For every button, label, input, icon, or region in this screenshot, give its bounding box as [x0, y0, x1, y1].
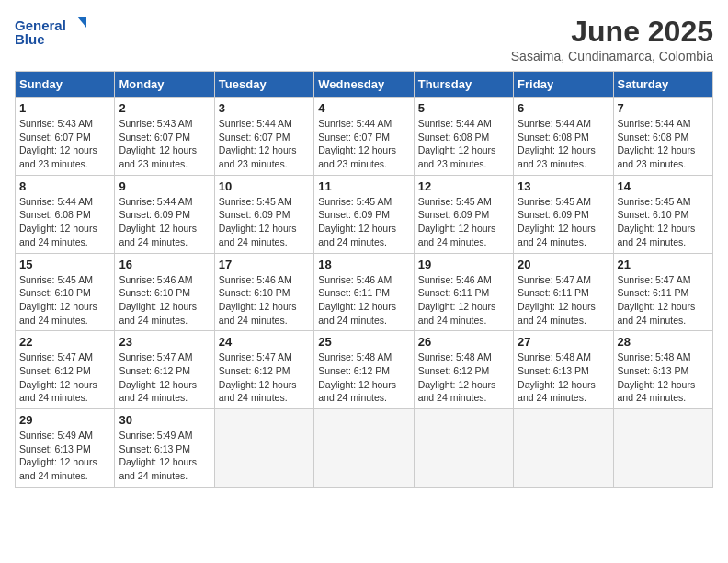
day-detail: Sunrise: 5:47 AMSunset: 6:11 PMDaylight:… [618, 273, 709, 327]
day-detail: Sunrise: 5:43 AMSunset: 6:07 PMDaylight:… [119, 117, 210, 171]
day-number: 9 [119, 179, 210, 193]
col-wednesday: Wednesday [314, 72, 414, 98]
day-number: 26 [418, 335, 509, 349]
day-number: 21 [618, 258, 709, 271]
day-number: 13 [518, 179, 609, 193]
calendar-header: Sunday Monday Tuesday Wednesday Thursday… [16, 72, 713, 98]
table-row [514, 409, 613, 488]
day-detail: Sunrise: 5:46 AMSunset: 6:10 PMDaylight:… [219, 273, 310, 327]
table-row: 21 Sunrise: 5:47 AMSunset: 6:11 PMDaylig… [613, 253, 712, 331]
table-row: 1 Sunrise: 5:43 AMSunset: 6:07 PMDayligh… [16, 98, 115, 176]
day-detail: Sunrise: 5:45 AMSunset: 6:09 PMDaylight:… [318, 195, 409, 249]
day-detail: Sunrise: 5:49 AMSunset: 6:13 PMDaylight:… [119, 429, 210, 483]
day-detail: Sunrise: 5:49 AMSunset: 6:13 PMDaylight:… [19, 429, 110, 483]
table-row: 20 Sunrise: 5:47 AMSunset: 6:11 PMDaylig… [514, 253, 613, 331]
day-number: 14 [618, 179, 709, 193]
day-detail: Sunrise: 5:47 AMSunset: 6:12 PMDaylight:… [19, 350, 110, 405]
day-detail: Sunrise: 5:48 AMSunset: 6:13 PMDaylight:… [618, 350, 709, 405]
table-row: 11 Sunrise: 5:45 AMSunset: 6:09 PMDaylig… [314, 175, 414, 253]
day-detail: Sunrise: 5:44 AMSunset: 6:09 PMDaylight:… [119, 195, 210, 249]
table-row: 19 Sunrise: 5:46 AMSunset: 6:11 PMDaylig… [414, 253, 513, 331]
col-tuesday: Tuesday [214, 72, 313, 98]
subtitle: Sasaima, Cundinamarca, Colombia [511, 49, 713, 63]
calendar-week-row: 29 Sunrise: 5:49 AMSunset: 6:13 PMDaylig… [16, 409, 713, 488]
day-number: 20 [518, 258, 609, 271]
day-detail: Sunrise: 5:44 AMSunset: 6:08 PMDaylight:… [618, 117, 709, 171]
day-number: 28 [618, 335, 709, 349]
table-row: 14 Sunrise: 5:45 AMSunset: 6:10 PMDaylig… [613, 175, 712, 253]
day-number: 7 [618, 101, 709, 115]
table-row: 16 Sunrise: 5:46 AMSunset: 6:10 PMDaylig… [115, 253, 214, 331]
logo: General Blue [15, 15, 88, 47]
table-row: 13 Sunrise: 5:45 AMSunset: 6:09 PMDaylig… [514, 175, 613, 253]
day-detail: Sunrise: 5:43 AMSunset: 6:07 PMDaylight:… [19, 117, 110, 171]
day-number: 11 [318, 179, 409, 193]
table-row: 28 Sunrise: 5:48 AMSunset: 6:13 PMDaylig… [613, 331, 712, 409]
col-monday: Monday [115, 72, 214, 98]
table-row [214, 409, 313, 488]
day-number: 1 [19, 101, 110, 115]
day-number: 2 [119, 101, 210, 115]
table-row [414, 409, 513, 488]
day-detail: Sunrise: 5:47 AMSunset: 6:11 PMDaylight:… [518, 273, 609, 327]
day-detail: Sunrise: 5:44 AMSunset: 6:08 PMDaylight:… [19, 195, 110, 249]
day-number: 17 [219, 258, 310, 271]
day-number: 10 [219, 179, 310, 193]
table-row: 8 Sunrise: 5:44 AMSunset: 6:08 PMDayligh… [16, 175, 115, 253]
day-detail: Sunrise: 5:46 AMSunset: 6:11 PMDaylight:… [418, 273, 509, 327]
calendar-week-row: 1 Sunrise: 5:43 AMSunset: 6:07 PMDayligh… [16, 98, 713, 176]
day-number: 4 [318, 101, 409, 115]
day-detail: Sunrise: 5:44 AMSunset: 6:08 PMDaylight:… [518, 117, 609, 171]
col-friday: Friday [514, 72, 613, 98]
day-detail: Sunrise: 5:45 AMSunset: 6:10 PMDaylight:… [618, 195, 709, 249]
day-detail: Sunrise: 5:45 AMSunset: 6:09 PMDaylight:… [219, 195, 310, 249]
table-row: 10 Sunrise: 5:45 AMSunset: 6:09 PMDaylig… [214, 175, 313, 253]
day-number: 8 [19, 179, 110, 193]
table-row: 26 Sunrise: 5:48 AMSunset: 6:12 PMDaylig… [414, 331, 513, 409]
day-detail: Sunrise: 5:48 AMSunset: 6:13 PMDaylight:… [518, 350, 609, 405]
day-detail: Sunrise: 5:48 AMSunset: 6:12 PMDaylight:… [418, 350, 509, 405]
table-row: 18 Sunrise: 5:46 AMSunset: 6:11 PMDaylig… [314, 253, 414, 331]
day-number: 5 [418, 101, 509, 115]
day-detail: Sunrise: 5:44 AMSunset: 6:08 PMDaylight:… [418, 117, 509, 171]
calendar-body: 1 Sunrise: 5:43 AMSunset: 6:07 PMDayligh… [16, 98, 713, 488]
day-number: 23 [119, 335, 210, 349]
table-row: 9 Sunrise: 5:44 AMSunset: 6:09 PMDayligh… [115, 175, 214, 253]
table-row: 7 Sunrise: 5:44 AMSunset: 6:08 PMDayligh… [613, 98, 712, 176]
day-number: 19 [418, 258, 509, 271]
table-row: 24 Sunrise: 5:47 AMSunset: 6:12 PMDaylig… [214, 331, 313, 409]
title-area: June 2025 Sasaima, Cundinamarca, Colombi… [511, 15, 713, 63]
table-row: 22 Sunrise: 5:47 AMSunset: 6:12 PMDaylig… [16, 331, 115, 409]
table-row: 2 Sunrise: 5:43 AMSunset: 6:07 PMDayligh… [115, 98, 214, 176]
day-number: 15 [19, 258, 110, 271]
day-detail: Sunrise: 5:47 AMSunset: 6:12 PMDaylight:… [219, 350, 310, 405]
day-detail: Sunrise: 5:48 AMSunset: 6:12 PMDaylight:… [318, 350, 409, 405]
table-row: 23 Sunrise: 5:47 AMSunset: 6:12 PMDaylig… [115, 331, 214, 409]
table-row: 5 Sunrise: 5:44 AMSunset: 6:08 PMDayligh… [414, 98, 513, 176]
day-number: 22 [19, 335, 110, 349]
table-row [613, 409, 712, 488]
day-number: 6 [518, 101, 609, 115]
table-row: 25 Sunrise: 5:48 AMSunset: 6:12 PMDaylig… [314, 331, 414, 409]
day-number: 3 [219, 101, 310, 115]
day-detail: Sunrise: 5:45 AMSunset: 6:10 PMDaylight:… [19, 273, 110, 327]
calendar-table: Sunday Monday Tuesday Wednesday Thursday… [15, 71, 713, 488]
table-row: 30 Sunrise: 5:49 AMSunset: 6:13 PMDaylig… [115, 409, 214, 488]
day-number: 29 [19, 413, 110, 427]
month-title: June 2025 [511, 15, 713, 49]
page-header: General Blue June 2025 Sasaima, Cundinam… [15, 15, 713, 63]
col-sunday: Sunday [16, 72, 115, 98]
day-number: 16 [119, 258, 210, 271]
table-row: 12 Sunrise: 5:45 AMSunset: 6:09 PMDaylig… [414, 175, 513, 253]
day-number: 27 [518, 335, 609, 349]
day-number: 18 [318, 258, 409, 271]
table-row: 27 Sunrise: 5:48 AMSunset: 6:13 PMDaylig… [514, 331, 613, 409]
calendar-week-row: 22 Sunrise: 5:47 AMSunset: 6:12 PMDaylig… [16, 331, 713, 409]
table-row: 3 Sunrise: 5:44 AMSunset: 6:07 PMDayligh… [214, 98, 313, 176]
calendar-week-row: 15 Sunrise: 5:45 AMSunset: 6:10 PMDaylig… [16, 253, 713, 331]
day-detail: Sunrise: 5:44 AMSunset: 6:07 PMDaylight:… [318, 117, 409, 171]
col-thursday: Thursday [414, 72, 513, 98]
table-row: 15 Sunrise: 5:45 AMSunset: 6:10 PMDaylig… [16, 253, 115, 331]
day-number: 12 [418, 179, 509, 193]
table-row: 29 Sunrise: 5:49 AMSunset: 6:13 PMDaylig… [16, 409, 115, 488]
